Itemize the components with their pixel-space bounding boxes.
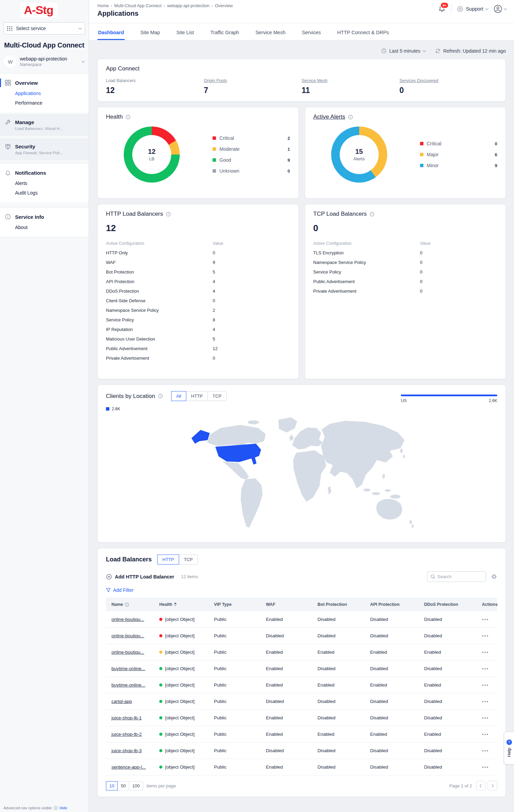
lb-name-link[interactable]: online-boutiqu... xyxy=(111,633,144,638)
config-value: 0 xyxy=(420,260,497,265)
row-actions-menu[interactable]: ••• xyxy=(476,699,497,704)
notifications-bell-button[interactable]: 9+ xyxy=(438,4,446,13)
sidebar-subitem[interactable]: Performance xyxy=(0,98,89,108)
sort-icon xyxy=(174,602,177,607)
metric-label[interactable]: Services Discovered xyxy=(400,78,497,83)
lb-name-link[interactable]: juice-shop-lb-1 xyxy=(111,715,142,720)
tab-bar: DashboardSite MapSite ListTraffic GraphS… xyxy=(89,23,514,40)
metric-label[interactable]: Origin Pools xyxy=(204,78,301,83)
lb-name-link[interactable]: juice-shop-lb-3 xyxy=(111,748,142,753)
lb-name-link[interactable]: cartql-app xyxy=(111,699,132,704)
vip-type-cell: Public xyxy=(208,666,260,671)
chevron-down-icon xyxy=(82,59,85,63)
filter-button[interactable]: All xyxy=(171,391,186,401)
time-range-selector[interactable]: Last 5 minutes xyxy=(381,48,425,54)
tab[interactable]: HTTP Connect & DRPs xyxy=(337,30,390,40)
lb-name-link[interactable]: online-boutiqu... xyxy=(111,650,144,655)
row-actions-menu[interactable]: ••• xyxy=(476,666,497,671)
info-icon[interactable] xyxy=(348,115,353,120)
info-icon[interactable] xyxy=(125,115,131,120)
map-land xyxy=(207,417,414,528)
metric-label[interactable]: Service Mesh xyxy=(302,78,400,83)
tab[interactable]: Services xyxy=(301,30,322,40)
sidebar-item-overview[interactable]: Overview xyxy=(0,77,89,89)
card-title: Clients by Location xyxy=(106,393,155,400)
config-value: 0 xyxy=(420,279,497,284)
tab[interactable]: Traffic Graph xyxy=(210,30,240,40)
tab[interactable]: Site List xyxy=(176,30,195,40)
column-header-name[interactable]: Name xyxy=(106,602,154,607)
column-header-vip-type[interactable]: VIP Type xyxy=(208,602,260,607)
page-size-button[interactable]: 50 xyxy=(117,781,129,790)
table-row: buytime-online... [object Object] Public… xyxy=(106,661,497,677)
lb-name-link[interactable]: juice-shop-lb-2 xyxy=(111,732,142,737)
search-input[interactable] xyxy=(437,574,483,579)
country-bar xyxy=(401,395,497,396)
breadcrumb-item[interactable]: Overview xyxy=(215,3,233,8)
sidebar-subitem[interactable]: About xyxy=(0,223,89,232)
row-actions-menu[interactable]: ••• xyxy=(476,682,497,688)
card-title: HTTP Load Balancers xyxy=(106,211,163,217)
filter-button[interactable]: TCP xyxy=(207,391,227,401)
tab[interactable]: Dashboard xyxy=(97,30,125,40)
support-menu[interactable]: Support xyxy=(457,6,488,12)
column-header-ddos[interactable]: DDoS Protection xyxy=(419,602,476,607)
sidebar-subitem[interactable]: Alerts xyxy=(0,178,89,188)
row-actions-menu[interactable]: ••• xyxy=(476,633,497,639)
user-menu[interactable] xyxy=(493,4,506,13)
info-icon[interactable] xyxy=(158,394,163,399)
sidebar-item-notifications[interactable]: Notifications xyxy=(0,167,89,178)
sidebar-item-label: Overview xyxy=(15,80,38,86)
service-info-subitems: About xyxy=(0,223,89,232)
gear-icon[interactable] xyxy=(491,573,497,580)
help-tab[interactable]: ? Help xyxy=(504,732,514,764)
column-header-api[interactable]: API Protection xyxy=(365,602,419,607)
filter-button[interactable]: HTTP xyxy=(157,555,179,564)
breadcrumb-item[interactable]: Multi-Cloud App Connect xyxy=(114,3,165,8)
sidebar-item-service-info[interactable]: Service Info xyxy=(0,211,89,223)
vip-type-cell: Public xyxy=(208,682,260,688)
column-header-health[interactable]: Health xyxy=(154,602,208,607)
sidebar-item-security[interactable]: Security App Firewall, Service Poli... xyxy=(0,139,89,160)
namespace-selector[interactable]: W webapp-api-protection Namespace xyxy=(0,54,89,73)
row-actions-menu[interactable]: ••• xyxy=(476,732,497,737)
sidebar-item-manage[interactable]: Manage Load Balancers, Virtual H... xyxy=(0,115,89,135)
prev-page-button[interactable] xyxy=(476,781,486,790)
lb-name-link[interactable]: buytime-online... xyxy=(111,682,145,688)
lb-name-link[interactable]: online-boutiqu... xyxy=(111,617,144,622)
row-actions-menu[interactable]: ••• xyxy=(476,650,497,655)
breadcrumb-item[interactable]: Home xyxy=(97,3,112,8)
sidebar-subitem[interactable]: Applications xyxy=(0,89,89,98)
column-header-waf[interactable]: WAF xyxy=(260,602,312,607)
tab[interactable]: Service Mesh xyxy=(255,30,286,40)
column-header-bot[interactable]: Bot Protection xyxy=(312,602,365,607)
next-page-button[interactable] xyxy=(488,781,497,790)
info-icon[interactable] xyxy=(369,212,375,217)
info-icon xyxy=(125,602,129,607)
lb-name-link[interactable]: sentence-app-l... xyxy=(111,764,146,770)
sidebar-subitem[interactable]: Audit Logs xyxy=(0,188,89,198)
add-filter-button[interactable]: Add Filter xyxy=(106,587,497,593)
info-icon[interactable] xyxy=(166,212,171,217)
breadcrumb-item[interactable]: webapp-api-protection xyxy=(167,3,213,8)
row-actions-menu[interactable]: ••• xyxy=(476,764,497,770)
page-size-button[interactable]: 100 xyxy=(129,781,143,790)
filter-button[interactable]: HTTP xyxy=(186,391,208,401)
add-http-lb-button[interactable]: Add HTTP Load Balancer xyxy=(106,574,174,580)
hide-nav-link[interactable]: Hide xyxy=(59,806,67,810)
metric-label[interactable]: Load Balancers xyxy=(106,78,204,83)
refresh-button[interactable]: Refresh: Updated 12 min ago xyxy=(435,48,506,54)
row-actions-menu[interactable]: ••• xyxy=(476,617,497,622)
filter-button[interactable]: TCP xyxy=(179,555,198,564)
card-title-link[interactable]: Active Alerts xyxy=(313,114,346,120)
row-actions-menu[interactable]: ••• xyxy=(476,748,497,754)
select-service-dropdown[interactable]: Select service xyxy=(3,22,85,35)
tab[interactable]: Site Map xyxy=(140,30,161,40)
config-value: 0 xyxy=(213,250,290,255)
config-value: 0 xyxy=(213,356,290,361)
lb-name-link[interactable]: buytime-online... xyxy=(111,666,145,671)
legend-row: Moderate 1 xyxy=(213,146,290,152)
health-cell: [object Object] xyxy=(154,682,208,688)
page-size-button[interactable]: 10 xyxy=(106,781,118,790)
row-actions-menu[interactable]: ••• xyxy=(476,715,497,721)
